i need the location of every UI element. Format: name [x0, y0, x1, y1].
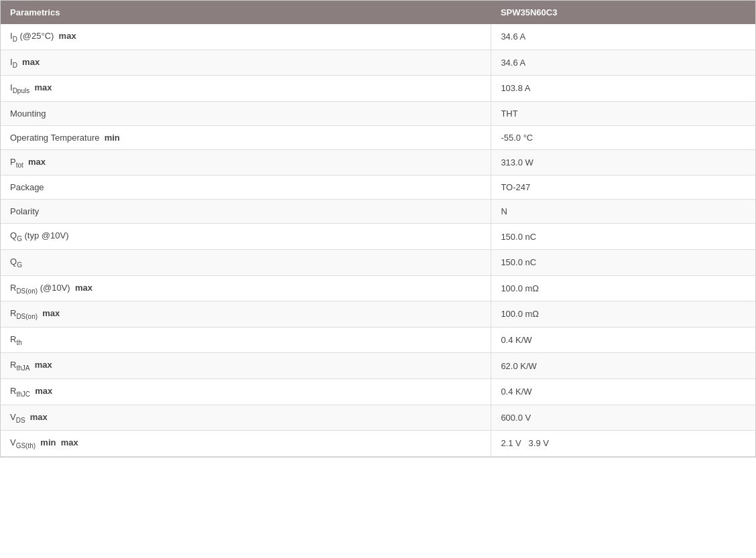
param-cell: Ptot max: [1, 149, 491, 176]
param-cell: ID (@25°C) max: [1, 24, 491, 50]
value-cell: 150.0 nC: [491, 224, 755, 250]
param-cell: QG: [1, 249, 491, 275]
param-cell: RthJA max: [1, 353, 491, 379]
table-row: RDS(on) max100.0 mΩ: [1, 301, 755, 328]
param-cell: VGS(th) min max: [1, 431, 491, 457]
table-header-row: Parametrics SPW35N60C3: [1, 1, 755, 24]
value-cell: 600.0 V: [491, 405, 755, 431]
table-row: ID max34.6 A: [1, 50, 755, 76]
value-cell: 313.0 W: [491, 149, 755, 176]
value-cell: 103.8 A: [491, 76, 755, 102]
table-body: ID (@25°C) max34.6 AID max34.6 AIDpuls m…: [1, 24, 755, 456]
value-cell: 100.0 mΩ: [491, 275, 755, 301]
table-row: Operating Temperature min-55.0 °C: [1, 125, 755, 149]
value-cell: TO-247: [491, 176, 755, 200]
parametrics-table-container: Parametrics SPW35N60C3 ID (@25°C) max34.…: [0, 0, 756, 458]
param-cell: Polarity: [1, 200, 491, 224]
param-cell: QG (typ @10V): [1, 224, 491, 250]
table-row: RthJA max62.0 K/W: [1, 353, 755, 379]
table-row: Ptot max313.0 W: [1, 149, 755, 176]
value-cell: 34.6 A: [491, 50, 755, 76]
table-row: Rth0.4 K/W: [1, 327, 755, 353]
value-cell: 0.4 K/W: [491, 378, 755, 405]
table-row: PackageTO-247: [1, 176, 755, 200]
table-row: ID (@25°C) max34.6 A: [1, 24, 755, 50]
value-cell: 100.0 mΩ: [491, 301, 755, 328]
param-cell: Rth: [1, 327, 491, 353]
param-cell: ID max: [1, 50, 491, 76]
table-row: RDS(on) (@10V) max100.0 mΩ: [1, 275, 755, 301]
table-row: RthJC max0.4 K/W: [1, 378, 755, 405]
value-cell: 62.0 K/W: [491, 353, 755, 379]
param-cell: Operating Temperature min: [1, 125, 491, 149]
value-cell: N: [491, 200, 755, 224]
value-cell: 150.0 nC: [491, 249, 755, 275]
param-cell: VDS max: [1, 405, 491, 431]
param-cell: Package: [1, 176, 491, 200]
param-cell: Mounting: [1, 101, 491, 125]
table-row: VGS(th) min max2.1 V 3.9 V: [1, 431, 755, 457]
table-row: PolarityN: [1, 200, 755, 224]
col-parametrics-header: Parametrics: [1, 1, 491, 24]
value-cell: -55.0 °C: [491, 125, 755, 149]
value-cell: 0.4 K/W: [491, 327, 755, 353]
param-cell: RDS(on) (@10V) max: [1, 275, 491, 301]
table-row: IDpuls max103.8 A: [1, 76, 755, 102]
value-cell: 2.1 V 3.9 V: [491, 431, 755, 457]
table-row: QG (typ @10V)150.0 nC: [1, 224, 755, 250]
param-cell: RthJC max: [1, 378, 491, 405]
param-cell: IDpuls max: [1, 76, 491, 102]
table-row: VDS max600.0 V: [1, 405, 755, 431]
table-row: MountingTHT: [1, 101, 755, 125]
col-value-header: SPW35N60C3: [491, 1, 755, 24]
parametrics-table: Parametrics SPW35N60C3 ID (@25°C) max34.…: [1, 1, 755, 457]
value-cell: THT: [491, 101, 755, 125]
param-cell: RDS(on) max: [1, 301, 491, 328]
value-cell: 34.6 A: [491, 24, 755, 50]
table-row: QG150.0 nC: [1, 249, 755, 275]
